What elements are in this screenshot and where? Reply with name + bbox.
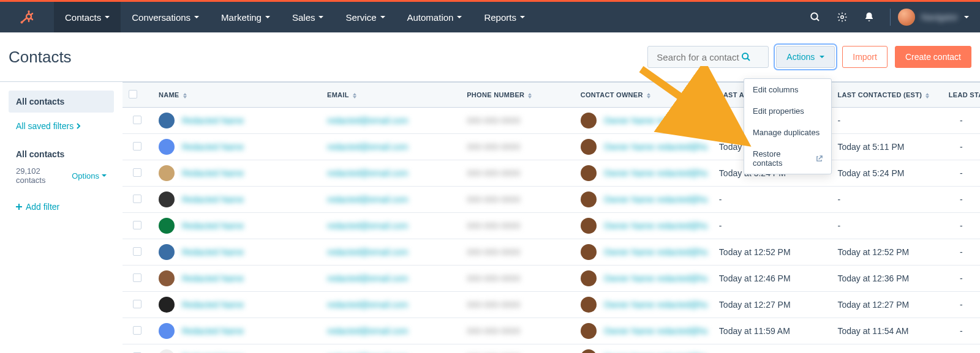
logo[interactable] [0, 2, 54, 32]
chevron-down-icon [318, 16, 323, 18]
nav-item-conversations[interactable]: Conversations [121, 2, 210, 32]
menu-edit-properties[interactable]: Edit properties [744, 100, 831, 122]
lead-status: - [960, 142, 963, 152]
contact-email[interactable]: redacted@email.com [327, 221, 409, 231]
row-checkbox[interactable] [133, 195, 141, 203]
nav-item-label: Contacts [65, 12, 101, 23]
search-input[interactable] [647, 46, 769, 68]
contact-name[interactable]: Redacted Name [182, 247, 244, 257]
row-checkbox[interactable] [133, 300, 141, 308]
column-last-contacted[interactable]: LAST CONTACTED (EST) [831, 83, 942, 108]
contact-owner[interactable]: Owner Name redacted@hs [604, 221, 708, 231]
contact-email[interactable]: redacted@email.com [327, 195, 409, 204]
table-row[interactable]: Redacted Nameredacted@email.com000-000-0… [123, 160, 980, 187]
actions-button[interactable]: Actions [776, 46, 835, 68]
lead-status: - [960, 273, 963, 283]
nav-item-service[interactable]: Service [334, 2, 396, 32]
contact-owner[interactable]: Owner Name redacted@hs [604, 326, 708, 336]
contact-name[interactable]: Redacted Name [182, 195, 244, 204]
create-contact-button[interactable]: Create contact [895, 46, 971, 68]
table-row[interactable]: Redacted Nameredacted@email.com000-000-0… [123, 108, 980, 134]
table-row[interactable]: Redacted Nameredacted@email.com000-000-0… [123, 318, 980, 344]
last-activity: - [719, 116, 722, 125]
search-icon[interactable] [802, 2, 829, 32]
contact-email[interactable]: redacted@email.com [327, 247, 409, 257]
table-row[interactable]: Redacted Nameredacted@email.com000-000-0… [123, 292, 980, 318]
table-row[interactable]: Redacted Nameredacted@email.com000-000-0… [123, 344, 980, 354]
import-button[interactable]: Import [842, 46, 888, 68]
table-row[interactable]: Redacted Nameredacted@email.com000-000-0… [123, 187, 980, 213]
chevron-down-icon [380, 16, 385, 18]
chevron-down-icon [520, 16, 525, 18]
column-owner[interactable]: CONTACT OWNER [575, 83, 713, 108]
contact-owner[interactable]: Owner Name redacted@hs [604, 300, 708, 310]
row-checkbox[interactable] [133, 273, 141, 282]
contact-email[interactable]: redacted@email.com [327, 142, 409, 152]
avatar [159, 191, 175, 207]
contact-owner[interactable]: Owner Name redacted@hs [604, 168, 708, 178]
contact-name[interactable]: Redacted Name [182, 300, 244, 310]
menu-restore-contacts[interactable]: Restore contacts [744, 143, 831, 174]
contact-owner[interactable]: Owner Name redacted@hs [604, 142, 708, 152]
contact-owner[interactable]: Owner Name redacted@hs [604, 195, 708, 204]
column-email[interactable]: EMAIL [321, 83, 461, 108]
last-contacted: Today at 5:24 PM [837, 168, 904, 178]
sidebar-saved-filters[interactable]: All saved filters [9, 117, 114, 135]
chevron-down-icon [457, 16, 462, 18]
column-lead[interactable]: LEAD STATUS [943, 83, 980, 108]
row-checkbox[interactable] [133, 116, 141, 124]
svg-line-9 [816, 18, 819, 21]
sprocket-icon [20, 10, 34, 24]
menu-manage-duplicates[interactable]: Manage duplicates [744, 122, 831, 143]
account-menu[interactable]: Navigator [898, 9, 980, 26]
row-checkbox[interactable] [133, 142, 141, 150]
row-checkbox[interactable] [133, 326, 141, 335]
options-link[interactable]: Options [72, 166, 107, 185]
contact-name[interactable]: Redacted Name [182, 326, 244, 336]
nav-divider [890, 9, 891, 26]
last-contacted: - [837, 116, 840, 125]
table-row[interactable]: Redacted Nameredacted@email.com000-000-0… [123, 239, 980, 266]
contact-email[interactable]: redacted@email.com [327, 168, 409, 178]
contact-owner[interactable]: Owner Name redacted@hs [604, 273, 708, 283]
add-filter-link[interactable]: Add filter [9, 191, 114, 223]
avatar [581, 165, 597, 181]
link-label: Add filter [26, 202, 59, 212]
contact-email[interactable]: redacted@email.com [327, 300, 409, 310]
table-row[interactable]: Redacted Nameredacted@email.com000-000-0… [123, 213, 980, 239]
select-all-checkbox[interactable] [129, 90, 137, 98]
table-row[interactable]: Redacted Nameredacted@email.com000-000-0… [123, 266, 980, 292]
nav-item-sales[interactable]: Sales [281, 2, 335, 32]
avatar [159, 139, 175, 155]
row-checkbox[interactable] [133, 247, 141, 256]
contact-email[interactable]: redacted@email.com [327, 273, 409, 283]
contact-email[interactable]: redacted@email.com [327, 326, 409, 336]
gear-icon[interactable] [829, 2, 856, 32]
search-field[interactable] [655, 51, 741, 63]
menu-edit-columns[interactable]: Edit columns [744, 79, 831, 100]
contact-name[interactable]: Redacted Name [182, 221, 244, 231]
nav-item-contacts[interactable]: Contacts [54, 2, 121, 32]
table-row[interactable]: Redacted Nameredacted@email.com000-000-0… [123, 134, 980, 160]
sidebar-active-view[interactable]: All contacts [9, 91, 114, 113]
row-checkbox[interactable] [133, 221, 141, 229]
nav-item-marketing[interactable]: Marketing [210, 2, 281, 32]
contact-name[interactable]: Redacted Name [182, 168, 244, 178]
column-phone[interactable]: PHONE NUMBER [461, 83, 574, 108]
contact-phone: 000-000-0000 [467, 142, 520, 152]
bell-icon[interactable] [856, 2, 883, 32]
chevron-down-icon [105, 16, 110, 18]
avatar [581, 139, 597, 155]
nav-item-automation[interactable]: Automation [396, 2, 473, 32]
contact-name[interactable]: Redacted Name [182, 142, 244, 152]
nav-item-reports[interactable]: Reports [473, 2, 536, 32]
chevron-right-icon [76, 123, 81, 129]
contact-name[interactable]: Redacted Name [182, 273, 244, 283]
page-header: Contacts Actions Import Create contact [0, 32, 980, 82]
row-checkbox[interactable] [133, 168, 141, 177]
contact-owner[interactable]: Owner Name redacted@hs [604, 247, 708, 257]
column-name[interactable]: NAME [153, 83, 321, 108]
contact-email[interactable]: redacted@email.com [327, 116, 409, 125]
contact-name[interactable]: Redacted Name [182, 116, 244, 125]
contact-owner[interactable]: Owner Name redacted@hs [604, 116, 708, 125]
